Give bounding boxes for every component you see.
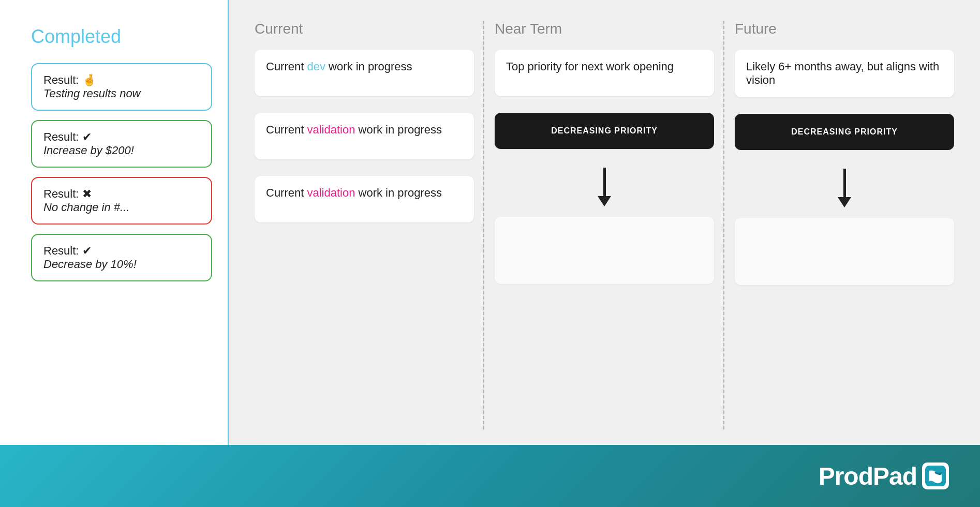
prodpad-icon bbox=[922, 463, 949, 489]
future-cards: Likely 6+ months away, but aligns with v… bbox=[735, 50, 954, 293]
future-decreasing-priority: DECREASING PRIORITY bbox=[735, 114, 954, 150]
near-term-column-header: Near Term bbox=[495, 21, 714, 37]
near-term-arrow bbox=[495, 166, 714, 208]
completed-card-1-subtext: Testing results now bbox=[43, 87, 141, 100]
near-term-arrow-tip bbox=[598, 196, 611, 206]
completed-card-4-subtext: Decrease by 10%! bbox=[43, 258, 137, 271]
future-arrow-tip bbox=[838, 197, 851, 207]
near-term-decreasing-priority: DECREASING PRIORITY bbox=[495, 113, 714, 149]
current-card-2: Current validation work in progress bbox=[255, 113, 474, 159]
prodpad-brand-text: ProdPad bbox=[819, 462, 917, 490]
near-term-arrow-line bbox=[603, 168, 606, 196]
future-card-1: Likely 6+ months away, but aligns with v… bbox=[735, 50, 954, 97]
completed-card-3-text: Result: ✖No change in #... bbox=[43, 187, 200, 214]
completed-card-4-text: Result: ✔Decrease by 10%! bbox=[43, 244, 200, 271]
validation-highlight-2: validation bbox=[307, 186, 355, 199]
current-column-header: Current bbox=[255, 21, 474, 37]
completed-card-2-subtext: Increase by $200! bbox=[43, 144, 134, 157]
completed-card-4: Result: ✔Decrease by 10%! bbox=[31, 234, 212, 281]
prodpad-logo: ProdPad bbox=[819, 462, 949, 490]
completed-section: Completed Result: 🤞Testing results now R… bbox=[0, 0, 228, 445]
future-arrow-line bbox=[843, 169, 846, 197]
current-cards: Current dev work in progress Current val… bbox=[255, 50, 474, 231]
completed-card-3-subtext: No change in #... bbox=[43, 201, 129, 214]
completed-card-1-text: Result: 🤞Testing results now bbox=[43, 73, 200, 100]
future-column: Future Likely 6+ months away, but aligns… bbox=[724, 21, 964, 429]
prodpad-logo-svg bbox=[925, 466, 946, 486]
completed-card-3: Result: ✖No change in #... bbox=[31, 177, 212, 225]
near-term-cards: Top priority for next work opening DECRE… bbox=[495, 50, 714, 292]
completed-card-1: Result: 🤞Testing results now bbox=[31, 63, 212, 111]
current-card-3: Current validation work in progress bbox=[255, 176, 474, 222]
main-content: Completed Result: 🤞Testing results now R… bbox=[0, 0, 980, 445]
near-term-card-1: Top priority for next work opening bbox=[495, 50, 714, 96]
near-term-column: Near Term Top priority for next work ope… bbox=[484, 21, 724, 429]
dev-highlight-1: dev bbox=[307, 60, 325, 73]
future-arrow bbox=[735, 167, 954, 210]
kanban-section: Current Current dev work in progress Cur… bbox=[229, 0, 980, 445]
completed-card-2-text: Result: ✔Increase by $200! bbox=[43, 130, 200, 157]
validation-highlight-1: validation bbox=[307, 123, 355, 136]
completed-title: Completed bbox=[31, 26, 212, 48]
future-card-3 bbox=[735, 218, 954, 285]
future-column-header: Future bbox=[735, 21, 954, 37]
completed-card-2: Result: ✔Increase by $200! bbox=[31, 120, 212, 168]
current-column: Current Current dev work in progress Cur… bbox=[244, 21, 484, 429]
current-card-1: Current dev work in progress bbox=[255, 50, 474, 96]
footer: ProdPad bbox=[0, 445, 980, 507]
near-term-card-3 bbox=[495, 217, 714, 284]
